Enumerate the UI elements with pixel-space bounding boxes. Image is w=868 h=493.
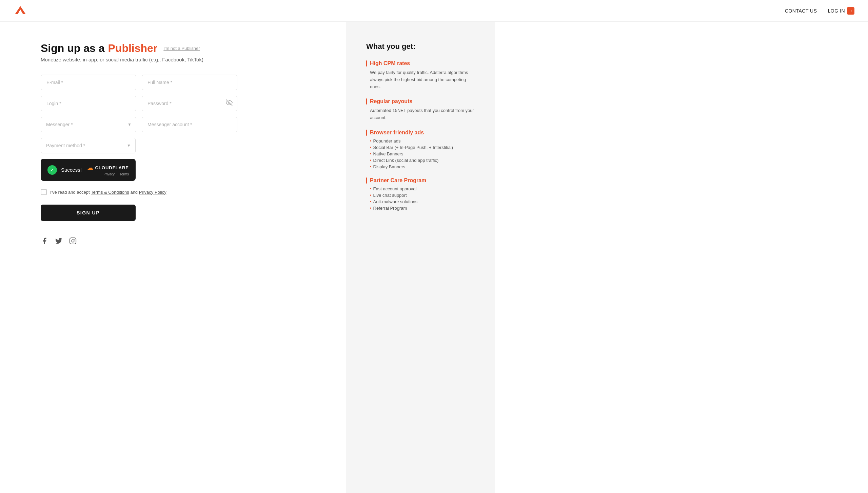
benefit-partner-care: Partner Care Program Fast account approv… bbox=[366, 177, 475, 211]
cf-check-icon: ✓ bbox=[47, 165, 57, 175]
signup-button[interactable]: SIGN UP bbox=[41, 205, 136, 221]
cloudflare-banner: ✓ Success! ☁ CLOUDFLARE Privacy · Terms bbox=[41, 159, 136, 181]
main-area: Sign up as a Publisher I'm not a Publish… bbox=[0, 22, 346, 493]
list-item: Direct Link (social and app traffic) bbox=[370, 158, 475, 163]
benefit-browser-ads-list: Popunder ads Social Bar (+ In-Page Push,… bbox=[370, 138, 475, 169]
payment-method-wrapper: PayPal Wire Transfer Crypto ▼ Payment me… bbox=[41, 138, 136, 153]
cf-links: Privacy · Terms bbox=[103, 172, 129, 176]
list-item: Social Bar (+ In-Page Push, + Interstiti… bbox=[370, 145, 475, 150]
form-row-1 bbox=[41, 75, 237, 90]
benefit-browser-ads: Browser-friendly ads Popunder ads Social… bbox=[366, 130, 475, 169]
social-icons bbox=[41, 237, 326, 246]
instagram-icon[interactable] bbox=[69, 237, 77, 246]
cf-success-text: Success! bbox=[61, 167, 82, 173]
list-item: Referral Program bbox=[370, 206, 475, 211]
password-toggle-icon[interactable] bbox=[226, 99, 233, 108]
messenger-wrapper: Telegram WhatsApp Skype ▼ Messenger * bbox=[41, 117, 136, 132]
cf-cloud-icon: ☁ bbox=[87, 164, 94, 172]
sidebar-title: What you get: bbox=[366, 42, 475, 51]
terms-checkbox[interactable] bbox=[41, 189, 47, 195]
logo[interactable] bbox=[14, 3, 27, 18]
benefit-regular-payouts-title: Regular payouts bbox=[366, 98, 475, 105]
cf-success-left: ✓ Success! bbox=[47, 165, 82, 175]
page-title: Sign up as a Publisher I'm not a Publish… bbox=[41, 42, 326, 55]
messenger-select[interactable]: Telegram WhatsApp Skype bbox=[41, 117, 136, 132]
header-nav: CONTACT US LOG IN → bbox=[785, 7, 854, 15]
password-field[interactable] bbox=[142, 96, 237, 111]
benefit-high-cpm: High CPM rates We pay fairly for quality… bbox=[366, 60, 475, 90]
terms-link[interactable]: Terms & Conditions bbox=[91, 190, 129, 195]
list-item: Live chat support bbox=[370, 193, 475, 198]
terms-checkbox-row: I've read and accept Terms & Conditions … bbox=[41, 189, 237, 195]
page-layout: Sign up as a Publisher I'm not a Publish… bbox=[0, 0, 868, 493]
benefit-regular-payouts: Regular payouts Automated 15NET payouts … bbox=[366, 98, 475, 121]
form-row-4: PayPal Wire Transfer Crypto ▼ Payment me… bbox=[41, 138, 136, 153]
sidebar: What you get: High CPM rates We pay fair… bbox=[346, 22, 495, 493]
email-wrapper bbox=[41, 75, 136, 90]
header: CONTACT US LOG IN → bbox=[0, 0, 868, 22]
list-item: Display Banners bbox=[370, 164, 475, 169]
list-item: Native Banners bbox=[370, 151, 475, 156]
fullname-field[interactable] bbox=[142, 75, 237, 90]
cf-right: ☁ CLOUDFLARE Privacy · Terms bbox=[87, 164, 129, 176]
benefit-partner-care-title: Partner Care Program bbox=[366, 177, 475, 184]
form-row-2 bbox=[41, 96, 237, 111]
svg-rect-1 bbox=[70, 238, 76, 244]
list-item: Popunder ads bbox=[370, 138, 475, 144]
benefit-partner-care-list: Fast account approval Live chat support … bbox=[370, 186, 475, 211]
benefit-browser-ads-title: Browser-friendly ads bbox=[366, 130, 475, 136]
cf-terms-link[interactable]: Terms bbox=[120, 172, 129, 176]
list-item: Anti-malware solutions bbox=[370, 199, 475, 204]
contact-us-link[interactable]: CONTACT US bbox=[785, 8, 817, 14]
terms-label: I've read and accept Terms & Conditions … bbox=[50, 190, 166, 195]
facebook-icon[interactable] bbox=[41, 237, 48, 246]
svg-point-3 bbox=[74, 239, 75, 240]
form-row-3: Telegram WhatsApp Skype ▼ Messenger * bbox=[41, 117, 237, 132]
payment-method-select[interactable]: PayPal Wire Transfer Crypto bbox=[41, 138, 136, 153]
benefit-high-cpm-title: High CPM rates bbox=[366, 60, 475, 67]
login-button[interactable]: LOG IN → bbox=[828, 7, 854, 15]
cf-logo-text: CLOUDFLARE bbox=[95, 165, 129, 170]
twitter-icon[interactable] bbox=[55, 237, 62, 246]
messenger-account-wrapper bbox=[142, 117, 237, 132]
email-field[interactable] bbox=[41, 75, 136, 90]
privacy-policy-link[interactable]: Privacy Policy bbox=[139, 190, 166, 195]
svg-point-2 bbox=[72, 240, 74, 242]
login-arrow-icon: → bbox=[847, 7, 854, 15]
benefit-regular-payouts-desc: Automated 15NET payouts that you control… bbox=[370, 107, 475, 121]
list-item: Fast account approval bbox=[370, 186, 475, 191]
login-wrapper bbox=[41, 96, 136, 111]
fullname-wrapper bbox=[142, 75, 237, 90]
password-wrapper bbox=[142, 96, 237, 111]
not-publisher-link[interactable]: I'm not a Publisher bbox=[163, 46, 200, 51]
cf-privacy-link[interactable]: Privacy bbox=[103, 172, 115, 176]
page-subtitle: Monetize website, in-app, or social medi… bbox=[41, 57, 326, 62]
messenger-account-field[interactable] bbox=[142, 117, 237, 132]
benefit-high-cpm-desc: We pay fairly for quality traffic. Adste… bbox=[370, 69, 475, 90]
login-field[interactable] bbox=[41, 96, 136, 111]
